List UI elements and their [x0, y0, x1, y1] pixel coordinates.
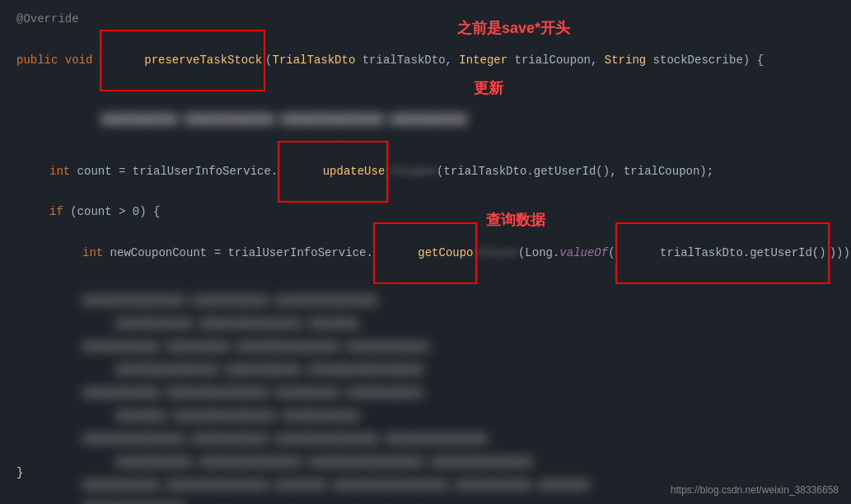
getcoupon-method-box: getCoupo	[373, 222, 477, 284]
method-name: preserveTaskStock	[144, 54, 262, 67]
userid-highlight: trialTaskDto.getUserId()	[615, 222, 830, 284]
long-valueof: (Long.	[518, 244, 559, 264]
blurred-method-suffix2: nCount	[477, 244, 518, 264]
keyword-int: int	[49, 162, 77, 182]
code-line-override: @Override	[16, 10, 835, 30]
paren-open: (	[608, 244, 615, 264]
var-count: count = trialUserInfoService.	[77, 162, 278, 182]
param-type-3: String	[605, 51, 646, 71]
param-type-2: Integer	[459, 51, 507, 71]
annotation-save: 之前是save*开头	[457, 18, 570, 38]
count-params: (trialTaskDto.getUserId(), trialCoupon);	[437, 162, 713, 182]
url-label: https://blog.csdn.net/weixin_38336658	[671, 484, 839, 496]
keyword-int2: int	[82, 244, 110, 264]
keyword-if: if	[49, 203, 70, 222]
param-trialTaskDto-type: (	[265, 51, 272, 71]
getcoupon-method: getCoupo	[418, 246, 473, 259]
update-method: updateUse	[323, 165, 386, 178]
annotation-query: 查询数据	[486, 210, 545, 230]
valueof-method: valueOf	[559, 244, 608, 264]
paren-close: )));	[830, 244, 851, 264]
code-line-if: if (count > 0) {	[16, 203, 835, 222]
param-name-2: trialCoupon,	[507, 51, 605, 71]
keyword-public: public	[16, 51, 65, 71]
blurred-line-1: ████████████ ██████████████ ████████████…	[16, 103, 835, 138]
blurred-method-suffix: rCoupon	[388, 162, 437, 182]
var-newcount: newCouponCount = trialUserInfoService.	[110, 244, 373, 264]
param-type-1: TrialTaskDto	[272, 51, 355, 71]
keyword-void: void	[65, 51, 100, 71]
param-name-3: stockDescribe) {	[646, 51, 764, 71]
userid-call: trialTaskDto.getUserId()	[660, 246, 826, 259]
param-name-1: trialTaskDto,	[355, 51, 459, 71]
code-line-method: public void preserveTaskStock ( TrialTas…	[16, 30, 835, 91]
if-condition: (count > 0) {	[70, 203, 160, 222]
blurred-section: ████████████████ ████████████ ██████████…	[16, 291, 835, 504]
code-area: @Override public void preserveTaskStock …	[0, 0, 851, 504]
annotation-update: 更新	[474, 78, 503, 98]
closing-brace: }	[16, 466, 23, 479]
method-name-box: preserveTaskStock	[100, 30, 265, 91]
code-line-count: int count = trialUserInfoService. update…	[16, 141, 835, 203]
update-method-box: updateUse	[278, 141, 388, 203]
override-annotation: @Override	[16, 10, 79, 30]
code-line-newcount: int newCouponCount = trialUserInfoServic…	[16, 222, 835, 284]
